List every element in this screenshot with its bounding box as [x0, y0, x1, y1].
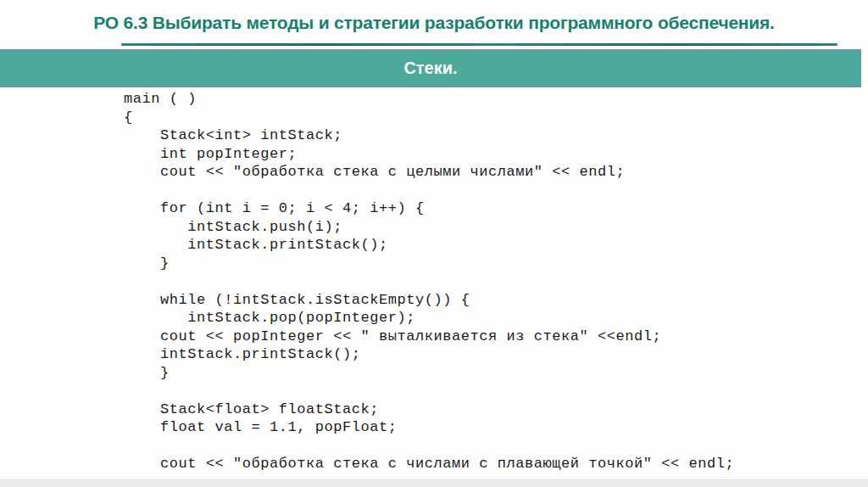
code-line: Stack<float> floatStack; [124, 400, 734, 419]
code-line: main ( ) [124, 90, 734, 109]
code-line: for (int i = 0; i < 4; i++) { [124, 199, 734, 218]
code-line: { [124, 109, 734, 127]
title-underline-rule [121, 43, 837, 46]
code-line: } [124, 364, 734, 383]
code-line [124, 272, 734, 291]
code-line: cout << "обработка стека с целыми числам… [124, 163, 734, 182]
code-line [124, 182, 734, 200]
section-banner-label: Стеки. [403, 59, 457, 78]
code-line: } [124, 255, 734, 273]
code-line: float val = 1.1, popFloat; [124, 418, 734, 437]
code-block: main ( ){ Stack<int> intStack; int popIn… [124, 90, 734, 473]
code-line: intStack.push(i); [124, 218, 734, 237]
code-line: intStack.printStack(); [124, 236, 734, 255]
code-line: while (!intStack.isStackEmpty()) { [124, 291, 734, 310]
code-line: cout << "обработка стека с числами с пла… [124, 455, 734, 473]
slide-header-title: РО 6.3 Выбирать методы и стратегии разра… [0, 13, 868, 33]
bottom-strip [0, 479, 868, 487]
code-line [124, 382, 734, 400]
code-line: Stack<int> intStack; [124, 126, 734, 145]
code-line: cout << popInteger << " выталкивается из… [124, 327, 734, 346]
code-line: intStack.printStack(); [124, 345, 734, 364]
code-line [124, 437, 734, 456]
code-line: int popInteger; [124, 145, 734, 164]
slide: РО 6.3 Выбирать методы и стратегии разра… [0, 0, 868, 487]
section-banner: Стеки. [0, 49, 861, 87]
code-line: intStack.pop(popInteger); [124, 309, 734, 327]
